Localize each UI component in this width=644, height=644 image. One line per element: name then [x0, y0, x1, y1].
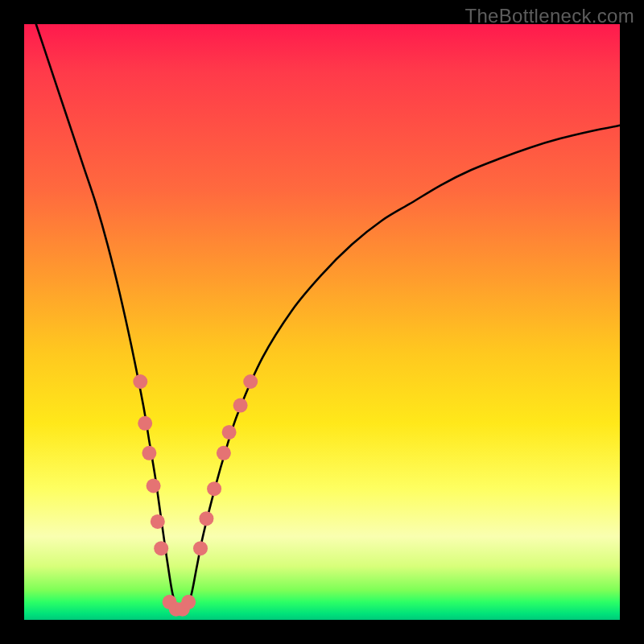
curve-dot [181, 595, 196, 609]
curve-dot [193, 541, 208, 555]
curve-dot [207, 481, 221, 496]
bottleneck-curve-path [36, 24, 620, 609]
curve-dot [138, 416, 152, 431]
curve-dot [222, 425, 237, 440]
curve-dot [233, 398, 248, 413]
bottleneck-curve [36, 24, 620, 609]
chart-frame: TheBottleneck.com [0, 0, 644, 644]
curve-dots [133, 374, 258, 617]
curve-dot [217, 446, 231, 460]
curve-dot [147, 479, 161, 493]
curve-dot [154, 541, 168, 555]
curve-dot [142, 446, 156, 460]
curve-dot [151, 514, 165, 529]
curve-dot [133, 374, 147, 389]
curve-dot [243, 374, 258, 389]
curve-svg [24, 24, 620, 620]
plot-area [24, 24, 620, 620]
curve-dot [199, 511, 213, 526]
